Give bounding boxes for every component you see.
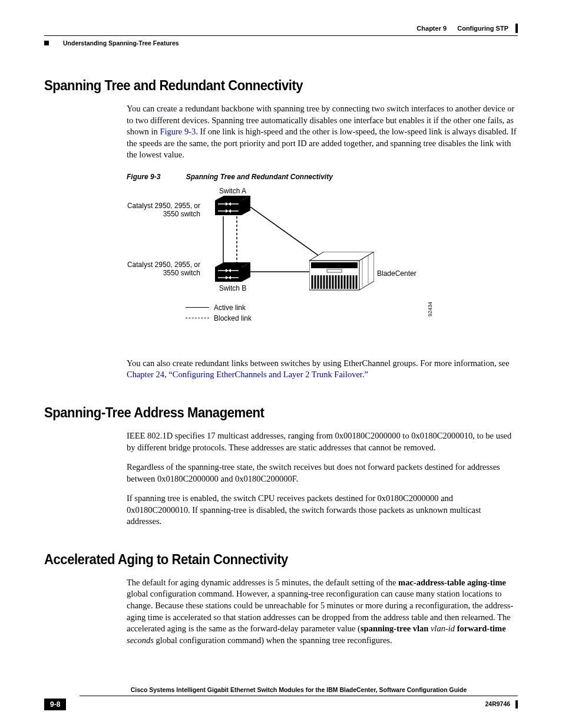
figure-9-3-link[interactable]: Figure 9-3 [160,127,196,136]
switch-a-icon [215,196,250,216]
switch-a-label: Switch A [194,187,271,195]
bladecenter-label: BladeCenter [377,269,416,278]
subheader-row: Understanding Spanning-Tree Features [44,37,518,48]
chapter-prefix: Chapter 9 [416,25,447,32]
figure-id: 92434 [427,302,433,317]
doc-id: 24R9746 [485,700,510,707]
header-rule [44,35,518,36]
figure-caption: Figure 9-3 Spanning Tree and Redundant C… [127,173,518,181]
footer-title: Cisco Systems Intelligent Gigabit Ethern… [80,686,518,693]
switch-a-model-label: Catalyst 2950, 2955, or 3550 switch [124,202,200,219]
switch-b-label: Switch B [194,284,271,292]
s3p1b1: mac-address-table aging-time [398,578,506,587]
section1-title: Spanning Tree and Redundant Connectivity [44,77,480,94]
switch-b-icon [215,262,250,283]
s3p1i2: seconds [127,635,154,645]
svg-rect-26 [311,262,358,268]
chapter-title: Configuring STP [457,25,508,32]
switch-b-model-label: Catalyst 2950, 2955, or 3550 switch [124,261,200,278]
bladecenter-icon [309,252,374,293]
dashed-line-icon [186,318,209,318]
subheader: Understanding Spanning-Tree Features [63,39,179,47]
section2-p2: Regardless of the spanning-tree state, t… [127,462,518,485]
page-number: 9-8 [44,699,66,710]
section1-p1: You can create a redundant backbone with… [127,103,518,161]
chapter-24-link[interactable]: Chapter 24, “Configuring EtherChannels a… [127,370,368,379]
s3p1a: The default for aging dynamic addresses … [127,578,398,587]
page-header: Chapter 9 Configuring STP [44,24,518,33]
section3-p1: The default for aging dynamic addresses … [127,577,518,646]
section1-p2: You can also create redundant links betw… [127,358,518,381]
s3p1b2: spanning-tree vlan [361,624,428,633]
section1-p2-a: You can also create redundant links betw… [127,358,510,368]
section2-title: Spanning-Tree Address Management [44,404,480,421]
section2-p1: IEEE 802.1D specifies 17 multicast addre… [127,430,518,453]
solid-line-icon [186,307,209,308]
figure-title: Spanning Tree and Redundant Connectivity [186,173,333,181]
legend-blocked-label: Blocked link [214,314,252,322]
legend-active: Active link [186,304,246,312]
link-a-to-b-active [222,216,224,263]
legend-active-label: Active link [214,304,246,312]
s3p1f: global configuration command) when the s… [154,635,392,645]
link-a-to-b-blocked [236,216,238,263]
legend-blocked: Blocked link [186,314,252,322]
link-b-to-chassis [250,271,315,273]
figure-9-3: Switch A Catalyst 2950, 2955, or 3550 sw… [127,187,457,340]
s3p1i1: vlan-id [431,624,455,633]
s3p1b3: forward-time [457,624,506,633]
main-content: Spanning Tree and Redundant Connectivity… [44,77,518,646]
header-marker-icon [515,24,518,33]
doc-id-marker-icon [515,700,518,709]
doc-id-wrap: 24R9746 [485,700,518,709]
section2-p3: If spanning tree is enabled, the switch … [127,493,518,528]
footer-rule [80,696,518,696]
section3-title: Accelerated Aging to Retain Connectivity [44,551,480,568]
page-footer: Cisco Systems Intelligent Gigabit Ethern… [44,686,518,710]
header-left-marker-icon [44,41,49,45]
figure-number: Figure 9-3 [127,173,160,181]
